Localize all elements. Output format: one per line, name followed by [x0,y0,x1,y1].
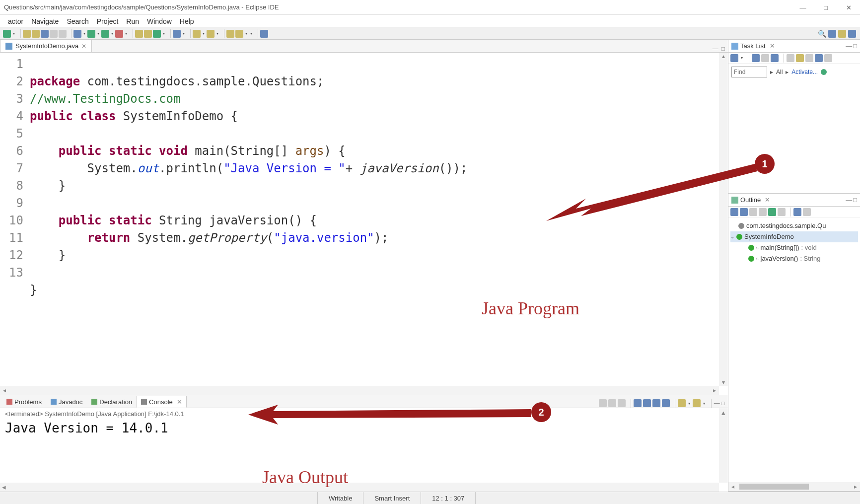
scroll-left-icon[interactable]: ◂ [0,387,9,394]
new-class-icon[interactable] [144,30,152,38]
close-view-icon[interactable]: ✕ [770,42,775,50]
tab-declaration[interactable]: Declaration [87,396,137,408]
menu-run[interactable]: Run [122,17,143,25]
back-icon[interactable] [226,30,234,38]
hide-icon[interactable] [805,54,813,62]
hide-local-icon[interactable] [778,208,786,216]
sort-icon[interactable] [740,208,748,216]
filter-all[interactable]: All [776,69,783,75]
search-icon[interactable] [173,30,181,38]
open-task-icon[interactable] [41,30,49,38]
new-icon[interactable] [3,30,11,38]
chevron-down-icon[interactable]: ⌄ [730,231,734,242]
maximize-view-icon[interactable]: □ [853,196,857,204]
tab-problems[interactable]: Problems [2,396,46,408]
minimize-button[interactable]: — [791,0,814,15]
link-editor-icon[interactable] [793,208,801,216]
focus-icon[interactable] [730,208,738,216]
scrollbar-thumb[interactable] [739,484,809,490]
maximize-view-icon[interactable]: □ [853,42,857,50]
hide-static-icon[interactable] [759,208,767,216]
collapse-all-icon[interactable] [787,54,794,62]
dropdown-icon[interactable]: ▾ [202,31,206,36]
source-code[interactable]: package com.testingdocs.sample.Questions… [30,53,718,385]
view-menu-icon[interactable] [803,208,811,216]
dropdown-icon[interactable]: ▾ [82,31,86,36]
perspective-other-icon[interactable] [848,30,856,38]
scroll-right-icon[interactable]: ▸ [710,387,719,394]
close-tab-icon[interactable]: ✕ [81,43,86,50]
view-menu-icon[interactable] [824,54,832,62]
menu-project[interactable]: Project [93,17,123,25]
outline-scrollbar-horizontal[interactable]: ◂ ▸ [728,482,860,491]
scroll-lock-icon[interactable] [643,399,651,407]
editor-scrollbar-horizontal[interactable]: ◂ ▸ [0,386,719,395]
dropdown-icon[interactable]: ▾ [249,31,253,36]
close-view-icon[interactable]: ✕ [765,196,770,204]
new-package-icon[interactable] [135,30,143,38]
quick-access-icon[interactable]: 🔍 [818,30,826,38]
close-tab-icon[interactable]: ✕ [177,398,182,406]
minimize-view-icon[interactable]: — [714,400,720,407]
dropdown-icon[interactable]: ▾ [215,31,219,36]
link-icon[interactable] [815,54,823,62]
clear-console-icon[interactable] [634,399,642,407]
new-task-icon[interactable] [730,54,738,62]
menu-search[interactable]: Search [63,17,92,25]
dropdown-icon[interactable]: ▾ [740,56,744,60]
terminate-icon[interactable] [599,399,607,407]
pin-editor-icon[interactable] [260,30,268,38]
code-editor[interactable]: 12345678910111213 package com.testingdoc… [0,53,728,395]
prev-annotation-icon[interactable] [207,30,215,38]
dropdown-icon[interactable]: ▾ [182,31,186,36]
perspective-debug-icon[interactable] [838,30,846,38]
console-output[interactable]: <terminated> SystemInfoDemo [Java Applic… [0,408,728,492]
categorize-icon[interactable] [752,54,760,62]
console-scrollbar-vertical[interactable]: ▴ [719,408,728,483]
dropdown-icon[interactable]: ▾ [96,31,100,36]
menu-refactor[interactable]: actor [4,17,27,25]
scroll-right-icon[interactable]: ▸ [851,483,860,490]
toggle-icon[interactable] [50,30,58,38]
pin-console-icon[interactable] [662,399,670,407]
save-all-icon[interactable] [32,30,40,38]
dropdown-icon[interactable]: ▾ [12,31,16,36]
outline-class[interactable]: ⌄ SystemInfoDemo [730,231,858,242]
outline-method-javaversion[interactable]: s javaVersion() : String [730,253,858,264]
edit-icon[interactable] [59,30,67,38]
remove-all-icon[interactable] [618,399,626,407]
focus-icon[interactable] [771,54,779,62]
dropdown-icon[interactable]: ▾ [124,31,128,36]
tab-javadoc[interactable]: Javadoc [46,396,87,408]
save-icon[interactable] [23,30,31,38]
minimize-view-icon[interactable]: — [713,45,718,52]
menu-navigate[interactable]: Navigate [27,17,63,25]
next-annotation-icon[interactable] [193,30,201,38]
word-wrap-icon[interactable] [652,399,660,407]
remove-launch-icon[interactable] [608,399,616,407]
filter-activate[interactable]: Activate... [791,69,818,75]
debug-icon[interactable] [73,30,81,38]
dropdown-icon[interactable]: ▾ [162,31,166,36]
maximize-view-icon[interactable]: □ [721,45,725,52]
display-selected-icon[interactable] [678,399,686,407]
perspective-java-icon[interactable] [828,30,836,38]
open-console-icon[interactable] [693,399,701,407]
dropdown-icon[interactable]: ▾ [687,401,691,406]
scroll-left-icon[interactable]: ◂ [728,483,737,490]
menu-help[interactable]: Help [176,17,198,25]
outline-package[interactable]: com.testingdocs.sample.Qu [730,220,858,231]
editor-tab[interactable]: SystemInfoDemo.java ✕ [0,39,92,52]
editor-scrollbar-vertical[interactable]: ▴ ▾ [719,53,728,386]
dropdown-icon[interactable]: ▾ [110,31,114,36]
dropdown-icon[interactable]: ▾ [244,31,248,36]
coverage-icon[interactable] [101,30,109,38]
run-last-icon[interactable] [115,30,123,38]
forward-icon[interactable] [235,30,243,38]
dropdown-icon[interactable]: ▾ [702,401,706,406]
schedule-icon[interactable] [761,54,769,62]
hide-fields-icon[interactable] [749,208,757,216]
tab-console[interactable]: Console✕ [137,396,187,408]
menu-window[interactable]: Window [143,17,176,25]
minimize-view-icon[interactable]: — [846,42,852,50]
